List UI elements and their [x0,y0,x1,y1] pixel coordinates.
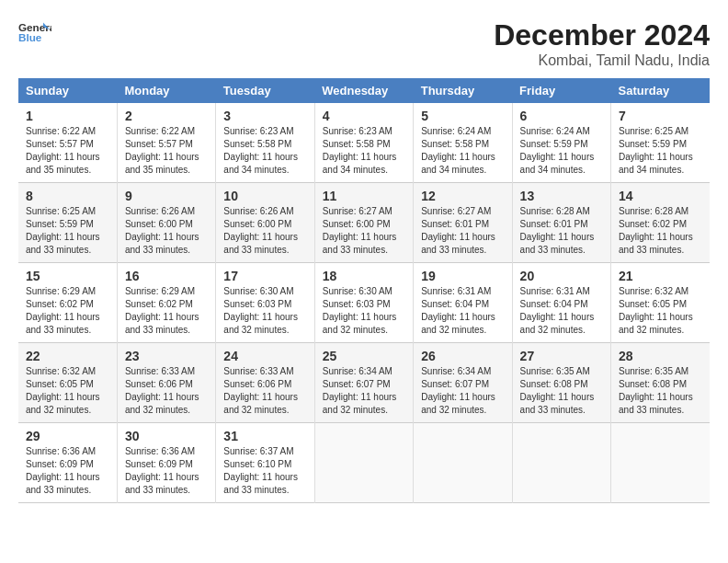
empty-cell [314,423,413,503]
day-cell-31: 31 Sunrise: 6:37 AMSunset: 6:10 PMDaylig… [216,423,314,503]
day-info: Sunrise: 6:34 AMSunset: 6:07 PMDaylight:… [421,366,495,415]
day-number: 26 [421,349,504,363]
calendar-header-row: SundayMondayTuesdayWednesdayThursdayFrid… [18,78,710,103]
day-cell-11: 11 Sunrise: 6:27 AMSunset: 6:00 PMDaylig… [314,183,413,263]
day-number: 11 [323,189,405,203]
day-number: 29 [26,429,109,443]
day-number: 13 [520,189,603,203]
day-info: Sunrise: 6:30 AMSunset: 6:03 PMDaylight:… [323,286,397,335]
main-title: December 2024 [494,18,710,52]
day-number: 7 [619,109,702,123]
day-number: 9 [125,189,208,203]
day-number: 30 [125,429,208,443]
day-cell-28: 28 Sunrise: 6:35 AMSunset: 6:08 PMDaylig… [611,343,710,423]
col-header-wednesday: Wednesday [314,78,413,103]
logo-icon: General Blue [18,18,51,52]
day-info: Sunrise: 6:36 AMSunset: 6:09 PMDaylight:… [26,446,100,495]
calendar-week-2: 8 Sunrise: 6:25 AMSunset: 5:59 PMDayligh… [18,183,710,263]
day-number: 10 [223,189,306,203]
day-cell-6: 6 Sunrise: 6:24 AMSunset: 5:59 PMDayligh… [512,103,610,183]
day-cell-8: 8 Sunrise: 6:25 AMSunset: 5:59 PMDayligh… [18,183,117,263]
day-number: 3 [223,109,306,123]
day-info: Sunrise: 6:31 AMSunset: 6:04 PMDaylight:… [421,286,495,335]
day-cell-1: 1 Sunrise: 6:22 AMSunset: 5:57 PMDayligh… [18,103,117,183]
day-cell-9: 9 Sunrise: 6:26 AMSunset: 6:00 PMDayligh… [117,183,215,263]
day-number: 20 [520,269,603,283]
day-cell-10: 10 Sunrise: 6:26 AMSunset: 6:00 PMDaylig… [216,183,314,263]
day-cell-23: 23 Sunrise: 6:33 AMSunset: 6:06 PMDaylig… [117,343,215,423]
day-info: Sunrise: 6:26 AMSunset: 6:00 PMDaylight:… [125,206,199,255]
day-cell-4: 4 Sunrise: 6:23 AMSunset: 5:58 PMDayligh… [314,103,413,183]
empty-cell [512,423,610,503]
day-number: 2 [125,109,208,123]
day-number: 24 [223,349,306,363]
day-cell-16: 16 Sunrise: 6:29 AMSunset: 6:02 PMDaylig… [117,263,215,343]
day-number: 25 [323,349,405,363]
day-info: Sunrise: 6:22 AMSunset: 5:57 PMDaylight:… [26,126,100,175]
col-header-thursday: Thursday [414,78,512,103]
calendar-week-4: 22 Sunrise: 6:32 AMSunset: 6:05 PMDaylig… [18,343,710,423]
day-number: 5 [421,109,504,123]
day-info: Sunrise: 6:23 AMSunset: 5:58 PMDaylight:… [223,126,298,175]
day-info: Sunrise: 6:26 AMSunset: 6:00 PMDaylight:… [223,206,298,255]
calendar-week-5: 29 Sunrise: 6:36 AMSunset: 6:09 PMDaylig… [18,423,710,503]
day-info: Sunrise: 6:29 AMSunset: 6:02 PMDaylight:… [125,286,199,335]
day-cell-14: 14 Sunrise: 6:28 AMSunset: 6:02 PMDaylig… [611,183,710,263]
day-info: Sunrise: 6:34 AMSunset: 6:07 PMDaylight:… [323,366,397,415]
day-info: Sunrise: 6:28 AMSunset: 6:02 PMDaylight:… [619,206,693,255]
day-number: 1 [26,109,109,123]
day-cell-21: 21 Sunrise: 6:32 AMSunset: 6:05 PMDaylig… [611,263,710,343]
day-info: Sunrise: 6:32 AMSunset: 6:05 PMDaylight:… [26,366,100,415]
day-info: Sunrise: 6:27 AMSunset: 6:00 PMDaylight:… [323,206,397,255]
day-cell-29: 29 Sunrise: 6:36 AMSunset: 6:09 PMDaylig… [18,423,117,503]
day-info: Sunrise: 6:29 AMSunset: 6:02 PMDaylight:… [26,286,100,335]
title-block: December 2024 Kombai, Tamil Nadu, India [494,18,710,69]
day-number: 22 [26,349,109,363]
day-cell-20: 20 Sunrise: 6:31 AMSunset: 6:04 PMDaylig… [512,263,610,343]
day-cell-18: 18 Sunrise: 6:30 AMSunset: 6:03 PMDaylig… [314,263,413,343]
day-info: Sunrise: 6:23 AMSunset: 5:58 PMDaylight:… [323,126,397,175]
day-info: Sunrise: 6:30 AMSunset: 6:03 PMDaylight:… [223,286,298,335]
day-number: 14 [619,189,702,203]
day-info: Sunrise: 6:37 AMSunset: 6:10 PMDaylight:… [223,446,298,495]
day-number: 4 [323,109,405,123]
day-info: Sunrise: 6:24 AMSunset: 5:58 PMDaylight:… [421,126,495,175]
svg-text:Blue: Blue [18,31,42,43]
day-number: 16 [125,269,208,283]
day-number: 27 [520,349,603,363]
day-cell-17: 17 Sunrise: 6:30 AMSunset: 6:03 PMDaylig… [216,263,314,343]
calendar-week-3: 15 Sunrise: 6:29 AMSunset: 6:02 PMDaylig… [18,263,710,343]
col-header-tuesday: Tuesday [216,78,314,103]
col-header-sunday: Sunday [18,78,117,103]
day-info: Sunrise: 6:28 AMSunset: 6:01 PMDaylight:… [520,206,595,255]
day-cell-12: 12 Sunrise: 6:27 AMSunset: 6:01 PMDaylig… [414,183,512,263]
day-info: Sunrise: 6:33 AMSunset: 6:06 PMDaylight:… [223,366,298,415]
day-info: Sunrise: 6:31 AMSunset: 6:04 PMDaylight:… [520,286,595,335]
day-number: 8 [26,189,109,203]
day-cell-3: 3 Sunrise: 6:23 AMSunset: 5:58 PMDayligh… [216,103,314,183]
empty-cell [414,423,512,503]
day-cell-25: 25 Sunrise: 6:34 AMSunset: 6:07 PMDaylig… [314,343,413,423]
day-info: Sunrise: 6:32 AMSunset: 6:05 PMDaylight:… [619,286,693,335]
day-number: 21 [619,269,702,283]
day-cell-22: 22 Sunrise: 6:32 AMSunset: 6:05 PMDaylig… [18,343,117,423]
day-cell-7: 7 Sunrise: 6:25 AMSunset: 5:59 PMDayligh… [611,103,710,183]
day-number: 19 [421,269,504,283]
day-info: Sunrise: 6:25 AMSunset: 5:59 PMDaylight:… [26,206,100,255]
day-number: 17 [223,269,306,283]
day-number: 6 [520,109,603,123]
day-cell-24: 24 Sunrise: 6:33 AMSunset: 6:06 PMDaylig… [216,343,314,423]
header: General Blue December 2024 Kombai, Tamil… [18,18,710,69]
day-number: 12 [421,189,504,203]
empty-cell [611,423,710,503]
day-number: 23 [125,349,208,363]
day-number: 31 [223,429,306,443]
col-header-friday: Friday [512,78,610,103]
col-header-saturday: Saturday [611,78,710,103]
day-info: Sunrise: 6:24 AMSunset: 5:59 PMDaylight:… [520,126,595,175]
day-cell-19: 19 Sunrise: 6:31 AMSunset: 6:04 PMDaylig… [414,263,512,343]
calendar-table: SundayMondayTuesdayWednesdayThursdayFrid… [18,78,710,503]
day-info: Sunrise: 6:25 AMSunset: 5:59 PMDaylight:… [619,126,693,175]
day-cell-30: 30 Sunrise: 6:36 AMSunset: 6:09 PMDaylig… [117,423,215,503]
day-number: 28 [619,349,702,363]
